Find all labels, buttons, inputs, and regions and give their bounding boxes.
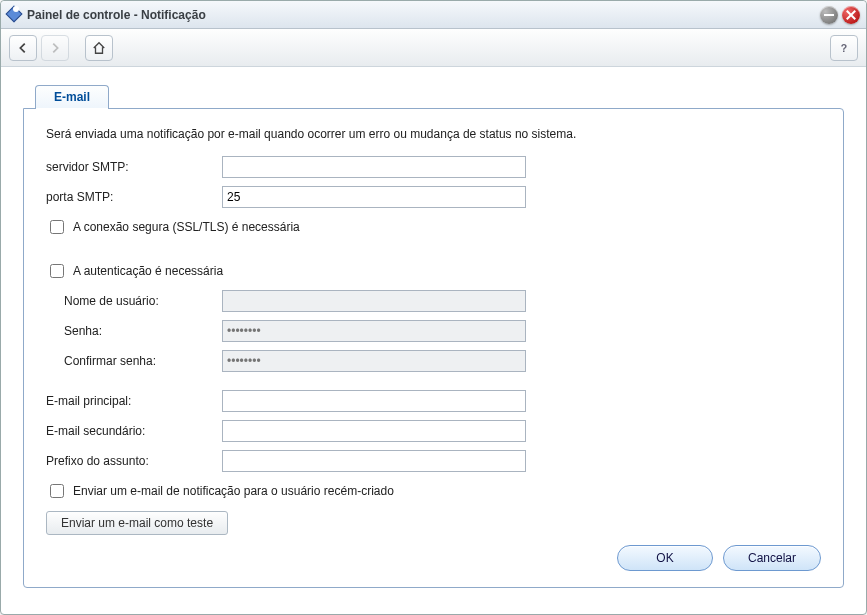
send-new-user-checkbox[interactable] xyxy=(50,484,64,498)
dialog-button-row: OK Cancelar xyxy=(617,545,821,571)
confirm-password-input xyxy=(222,350,526,372)
description-text: Será enviada uma notificação por e-mail … xyxy=(46,127,821,141)
minimize-button[interactable] xyxy=(820,6,838,24)
password-input xyxy=(222,320,526,342)
toolbar: ? xyxy=(1,29,866,67)
back-button[interactable] xyxy=(9,35,37,61)
subject-prefix-label: Prefixo do assunto: xyxy=(46,454,222,468)
content-area: E-mail Será enviada uma notificação por … xyxy=(1,67,866,614)
ssl-required-label[interactable]: A conexão segura (SSL/TLS) é necessária xyxy=(73,220,300,234)
send-test-email-button[interactable]: Enviar um e-mail como teste xyxy=(46,511,228,535)
smtp-port-input[interactable] xyxy=(222,186,526,208)
smtp-server-label: servidor SMTP: xyxy=(46,160,222,174)
smtp-server-input[interactable] xyxy=(222,156,526,178)
username-label: Nome de usuário: xyxy=(64,294,222,308)
dialog-window: Painel de controle - Notificação ? E-mai… xyxy=(0,0,867,615)
username-input xyxy=(222,290,526,312)
send-new-user-label[interactable]: Enviar um e-mail de notificação para o u… xyxy=(73,484,394,498)
row-secondary-email: E-mail secundário: xyxy=(46,419,821,443)
forward-button[interactable] xyxy=(41,35,69,61)
confirm-password-label: Confirmar senha: xyxy=(64,354,222,368)
row-confirm-password: Confirmar senha: xyxy=(46,349,821,373)
subject-prefix-input[interactable] xyxy=(222,450,526,472)
help-button[interactable]: ? xyxy=(830,35,858,61)
row-username: Nome de usuário: xyxy=(46,289,821,313)
window-title: Painel de controle - Notificação xyxy=(27,8,820,22)
help-icon: ? xyxy=(837,41,851,55)
auth-required-checkbox[interactable] xyxy=(50,264,64,278)
ok-button[interactable]: OK xyxy=(617,545,713,571)
auth-required-label[interactable]: A autenticação é necessária xyxy=(73,264,223,278)
primary-email-input[interactable] xyxy=(222,390,526,412)
primary-email-label: E-mail principal: xyxy=(46,394,222,408)
password-label: Senha: xyxy=(64,324,222,338)
tab-panel-email: Será enviada uma notificação por e-mail … xyxy=(23,108,844,588)
control-panel-icon xyxy=(7,7,23,23)
tab-email[interactable]: E-mail xyxy=(35,85,109,109)
row-smtp-port: porta SMTP: xyxy=(46,185,821,209)
row-ssl-required: A conexão segura (SSL/TLS) é necessária xyxy=(46,217,821,237)
svg-text:?: ? xyxy=(841,41,847,53)
home-button[interactable] xyxy=(85,35,113,61)
test-button-row: Enviar um e-mail como teste xyxy=(46,511,821,535)
cancel-button[interactable]: Cancelar xyxy=(723,545,821,571)
arrow-left-icon xyxy=(16,41,30,55)
arrow-right-icon xyxy=(48,41,62,55)
row-password: Senha: xyxy=(46,319,821,343)
ssl-required-checkbox[interactable] xyxy=(50,220,64,234)
titlebar-buttons xyxy=(820,6,860,24)
smtp-port-label: porta SMTP: xyxy=(46,190,222,204)
titlebar: Painel de controle - Notificação xyxy=(1,1,866,29)
tab-strip: E-mail xyxy=(23,85,844,108)
row-primary-email: E-mail principal: xyxy=(46,389,821,413)
home-icon xyxy=(92,41,106,55)
secondary-email-input[interactable] xyxy=(222,420,526,442)
secondary-email-label: E-mail secundário: xyxy=(46,424,222,438)
row-subject-prefix: Prefixo do assunto: xyxy=(46,449,821,473)
row-smtp-server: servidor SMTP: xyxy=(46,155,821,179)
row-send-new-user: Enviar um e-mail de notificação para o u… xyxy=(46,481,821,501)
close-button[interactable] xyxy=(842,6,860,24)
row-auth-required: A autenticação é necessária xyxy=(46,261,821,281)
